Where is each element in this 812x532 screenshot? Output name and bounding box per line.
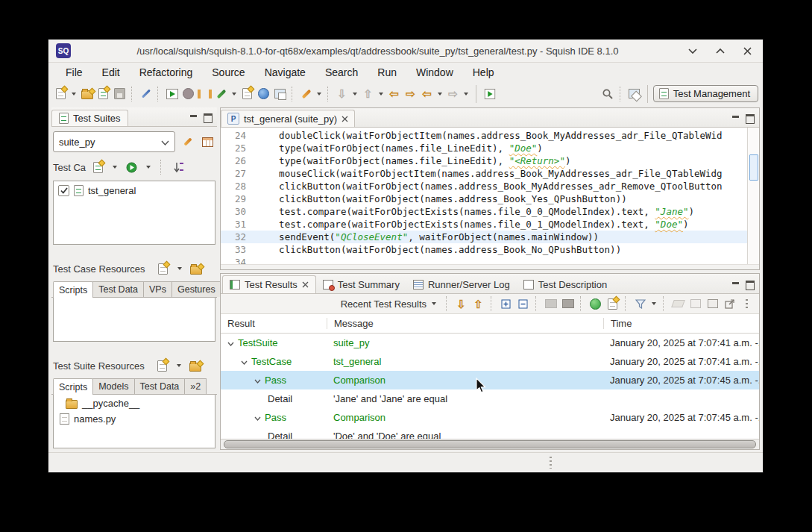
test-case-resources-list[interactable] [53,298,215,342]
pick-object-dropdown-icon[interactable] [232,93,236,96]
filter-icon[interactable] [632,295,648,313]
next-result-icon[interactable]: ⇩ [453,295,469,313]
maximize-icon[interactable] [712,42,728,60]
previous-result-icon[interactable]: ⇧ [470,295,486,313]
code-line[interactable]: 30 test.compare(waitForObjectExists(name… [221,205,747,218]
chevron-down-icon[interactable] [241,356,248,367]
last-edit-forward-icon[interactable]: ⇨ [403,85,418,103]
import-results-icon[interactable] [705,295,720,313]
code-area[interactable]: 24 doubleClick(waitForObjectItem(names.a… [221,128,747,264]
pick-object-icon[interactable] [213,85,229,103]
collapse-all-icon[interactable] [515,295,531,313]
tcr-tab-test-data[interactable]: Test Data [92,281,144,297]
editor-vertical-scrollbar[interactable] [747,128,759,264]
menu-edit[interactable]: Edit [94,65,128,80]
new-test-case-icon[interactable] [90,158,106,176]
run-test-case-dropdown-icon[interactable] [146,166,151,169]
tab-test-suites[interactable]: Test Suites [51,110,128,126]
menu-window[interactable]: Window [408,65,462,80]
minimize-icon[interactable] [684,42,700,60]
new-resource-icon[interactable] [155,260,171,278]
results-horizontal-scrollbar[interactable] [221,439,759,449]
suite-grid-icon[interactable] [200,133,215,151]
windows-icon[interactable] [272,85,288,103]
clear-results-icon[interactable] [670,295,686,313]
code-line[interactable]: 33 clickButton(waitForObject(names.addre… [221,243,747,256]
menu-source[interactable]: Source [204,65,253,80]
annotate-icon[interactable] [298,85,314,103]
column-message[interactable]: Message [327,318,603,329]
new-folder-icon[interactable] [189,260,204,278]
close-tab-icon[interactable] [342,113,348,125]
resource-item[interactable]: __pycache__ [54,395,215,410]
new-report-icon[interactable] [239,85,255,103]
annotate-dropdown-icon[interactable] [317,93,321,96]
result-row[interactable]: TestCasetst_generalJanuary 20, 2025 at 7… [221,352,759,371]
menu-file[interactable]: File [57,65,91,80]
menu-refactoring[interactable]: Refactoring [131,65,201,80]
editor-horizontal-scrollbar[interactable] [221,264,759,269]
test-management-perspective-button[interactable]: Test Management [653,85,758,102]
chevron-down-icon[interactable] [227,337,234,348]
menu-help[interactable]: Help [465,65,503,80]
status-grip[interactable] [550,457,552,469]
close-icon[interactable] [740,42,755,60]
tab-test-description[interactable]: Test Description [517,276,614,293]
chevron-down-icon[interactable] [254,412,261,423]
commit-icon[interactable]: ⇧ [360,85,376,103]
chevron-down-icon[interactable] [254,375,261,386]
new-test-case-icon[interactable] [95,85,111,103]
new-test-case-dropdown-icon[interactable] [113,166,117,169]
result-row[interactable]: PassComparisonJanuary 20, 2025 at 7:07:4… [221,371,759,389]
new-resource-dropdown-icon[interactable] [177,364,181,367]
recent-test-results-dropdown[interactable]: Recent Test Results [338,297,441,311]
maximize-editor-icon[interactable] [746,114,755,124]
results-scrollbar-thumb[interactable] [224,440,755,448]
filter-dropdown-icon[interactable] [652,302,656,305]
code-line[interactable]: 34 [221,256,747,264]
pin-editor-icon[interactable] [482,85,497,103]
tcr-tab-scripts[interactable]: Scripts [53,281,93,298]
checkout-dropdown-icon[interactable] [353,93,357,96]
export-results-icon[interactable] [687,295,703,313]
splitter[interactable] [51,245,217,257]
code-line[interactable]: 25 type(waitForObject(names.file_LineEdi… [221,142,747,154]
tsr-tab-test-data[interactable]: Test Data [134,378,186,394]
tab-test-results[interactable]: Test Results [222,275,316,293]
checkout-icon[interactable]: ⇩ [334,85,350,103]
tab-tst-general[interactable]: P tst_general (suite_py) [221,110,355,127]
save-icon[interactable] [112,85,128,103]
result-row[interactable]: TestSuitesuite_pyJanuary 20, 2025 at 7:0… [221,334,759,352]
new-report-icon[interactable] [605,295,620,313]
video-capture-icon[interactable] [560,295,576,313]
result-row[interactable]: PassComparisonJanuary 20, 2025 at 7:07:4… [221,408,759,427]
new-resource-dropdown-icon[interactable] [177,267,182,270]
search-icon[interactable] [600,85,616,103]
back-dropdown-icon[interactable] [438,93,442,96]
verify-icon[interactable] [588,295,603,313]
web-browser-icon[interactable] [256,85,271,103]
column-result[interactable]: Result [221,318,327,329]
resource-item[interactable]: names.py [54,410,215,426]
checkbox-checked-icon[interactable] [58,185,69,196]
object-spy-icon[interactable] [138,85,154,103]
tab-runner-server-log[interactable]: Runner/Server Log [406,276,517,293]
code-line[interactable]: 24 doubleClick(waitForObjectItem(names.a… [221,129,747,142]
editor-scrollbar-thumb[interactable] [749,154,758,181]
maximize-view-icon[interactable] [204,113,213,123]
new-wizard-icon[interactable] [53,85,69,103]
minimize-view-icon[interactable] [190,115,197,119]
code-line[interactable]: 29 clickButton(waitForObject(names.addre… [221,193,747,205]
tcr-tab-gestures[interactable]: Gestures [171,281,221,297]
new-test-suite-icon[interactable] [79,85,95,103]
code-line[interactable]: 32 sendEvent("QCloseEvent", waitForObjec… [221,231,747,243]
tsr-tab-models[interactable]: Models [92,378,134,394]
new-wizard-dropdown-icon[interactable] [72,93,76,96]
screenshot-icon[interactable] [543,295,558,313]
open-perspective-icon[interactable] [626,85,642,103]
menu-run[interactable]: Run [369,65,405,80]
test-case-item[interactable]: tst_general [54,181,215,200]
run-test-suite-icon[interactable] [164,85,180,103]
minimize-results-icon[interactable] [732,282,739,287]
code-line[interactable]: 31 test.compare(waitForObjectExists(name… [221,218,747,231]
